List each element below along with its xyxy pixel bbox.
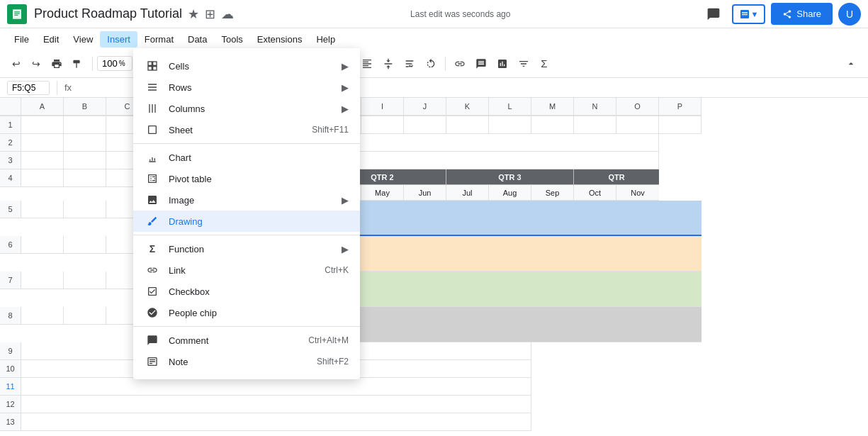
cell-j1[interactable] — [404, 116, 446, 134]
row-header-12: 12 — [0, 396, 21, 413]
cell-l1[interactable] — [489, 116, 531, 134]
print-button[interactable] — [47, 54, 67, 74]
cell-row13-wide[interactable] — [21, 413, 531, 431]
col-header-n[interactable]: N — [574, 98, 616, 116]
cell-b8[interactable] — [64, 307, 106, 325]
svg-rect-5 — [153, 62, 157, 65]
row-header-13: 13 — [0, 413, 21, 431]
col-header-k[interactable]: K — [446, 98, 489, 116]
menu-edit[interactable]: Edit — [36, 31, 66, 47]
cell-a4[interactable] — [21, 169, 64, 187]
redo-button[interactable]: ↪ — [27, 54, 45, 74]
menu-file[interactable]: File — [7, 31, 36, 47]
cell-a5[interactable] — [21, 201, 64, 218]
paint-format-button[interactable] — [68, 54, 88, 74]
cells-icon — [145, 60, 160, 72]
align-v-button[interactable] — [378, 54, 398, 74]
col-header-m[interactable]: M — [531, 98, 574, 116]
insert-image-label: Image — [169, 195, 342, 206]
insert-columns[interactable]: Columns ▶ — [133, 98, 360, 119]
folder-icon[interactable]: ⊞ — [205, 6, 215, 22]
cell-i1[interactable] — [361, 116, 404, 134]
cell-reference[interactable]: F5:Q5 — [7, 81, 50, 95]
cell-b3[interactable] — [64, 152, 106, 169]
insert-sheet[interactable]: Sheet Shift+F11 — [133, 119, 360, 140]
chart-menu-icon — [145, 152, 160, 163]
function-button[interactable]: Σ — [535, 54, 553, 74]
rotate-button[interactable] — [421, 54, 441, 74]
insert-chart-label: Chart — [169, 152, 349, 163]
align-h-button[interactable] — [357, 54, 377, 74]
sheet-content: A B C D E F G H I J K L M N O P 1 — [0, 98, 868, 436]
svg-rect-6 — [148, 67, 152, 70]
cell-b7[interactable] — [64, 272, 106, 289]
menu-view[interactable]: View — [66, 31, 100, 47]
cell-row11-wide[interactable] — [21, 378, 531, 396]
insert-note[interactable]: Note Shift+F2 — [133, 351, 360, 372]
cell-n1[interactable] — [574, 116, 616, 134]
cell-a1[interactable] — [21, 116, 64, 134]
col-header-i[interactable]: I — [361, 98, 404, 116]
insert-people-chip[interactable]: People chip — [133, 302, 360, 323]
insert-rows-label: Rows — [169, 82, 342, 93]
cell-b5[interactable] — [64, 201, 106, 218]
col-header-j[interactable]: J — [404, 98, 446, 116]
insert-drawing[interactable]: Drawing — [133, 211, 360, 232]
menu-format[interactable]: Format — [137, 31, 181, 47]
insert-pivot[interactable]: Pivot table — [133, 168, 360, 189]
col-header-b[interactable]: B — [64, 98, 106, 116]
zoom-selector[interactable]: 100 % — [97, 56, 133, 71]
history-chevron: ▼ — [750, 10, 758, 18]
cloud-icon[interactable]: ☁ — [221, 6, 234, 22]
cell-k1[interactable] — [446, 116, 489, 134]
cell-p1[interactable] — [659, 116, 701, 134]
undo-button[interactable]: ↩ — [7, 54, 26, 74]
history-button[interactable]: ▼ — [732, 4, 765, 24]
menu-bar: File Edit View Insert Format Data Tools … — [0, 28, 868, 50]
cell-o1[interactable] — [616, 116, 659, 134]
link-button[interactable] — [450, 54, 470, 74]
insert-chart[interactable]: Chart — [133, 147, 360, 168]
insert-link[interactable]: Link Ctrl+K — [133, 259, 360, 281]
cell-m1[interactable] — [531, 116, 574, 134]
row-11: 11 — [0, 378, 701, 396]
insert-rows[interactable]: Rows ▶ — [133, 77, 360, 98]
cell-a8[interactable] — [21, 307, 64, 325]
star-icon[interactable]: ★ — [188, 6, 199, 22]
menu-tools[interactable]: Tools — [214, 31, 249, 47]
insert-cells[interactable]: Cells ▶ — [133, 55, 360, 77]
insert-checkbox[interactable]: Checkbox — [133, 281, 360, 302]
insert-group-4: Comment Ctrl+Alt+M Note Shift+F2 — [133, 327, 360, 375]
insert-comment[interactable]: Comment Ctrl+Alt+M — [133, 330, 360, 351]
cell-b4[interactable] — [64, 169, 106, 187]
collapse-toolbar-button[interactable] — [841, 54, 861, 74]
chart-button[interactable] — [492, 54, 512, 74]
share-button[interactable]: Share — [771, 3, 833, 25]
menu-extensions[interactable]: Extensions — [250, 31, 310, 47]
menu-data[interactable]: Data — [181, 31, 214, 47]
col-header-a[interactable]: A — [21, 98, 64, 116]
cell-a7[interactable] — [21, 272, 64, 289]
cell-a6[interactable] — [21, 236, 64, 254]
filter-button[interactable] — [514, 54, 534, 74]
toolbar: ↩ ↪ 100 % 10 ▾ B I S U A — [0, 50, 868, 78]
svg-rect-3 — [14, 14, 18, 15]
cell-b2[interactable] — [64, 134, 106, 152]
cell-b6[interactable] — [64, 236, 106, 254]
menu-help[interactable]: Help — [309, 31, 342, 47]
insert-function[interactable]: Σ Function ▶ — [133, 238, 360, 259]
cell-row12-wide[interactable] — [21, 396, 531, 413]
comment-button[interactable] — [471, 54, 491, 74]
insert-image[interactable]: Image ▶ — [133, 189, 360, 211]
cell-b1[interactable] — [64, 116, 106, 134]
cell-a2[interactable] — [21, 134, 64, 152]
row-12: 12 — [0, 396, 701, 413]
pivot-icon — [145, 173, 160, 184]
menu-insert[interactable]: Insert — [100, 31, 137, 47]
col-header-p[interactable]: P — [659, 98, 701, 116]
wrap-button[interactable] — [400, 54, 419, 74]
col-header-l[interactable]: L — [489, 98, 531, 116]
col-header-o[interactable]: O — [616, 98, 659, 116]
comments-button[interactable] — [701, 1, 726, 27]
cell-a3[interactable] — [21, 152, 64, 169]
